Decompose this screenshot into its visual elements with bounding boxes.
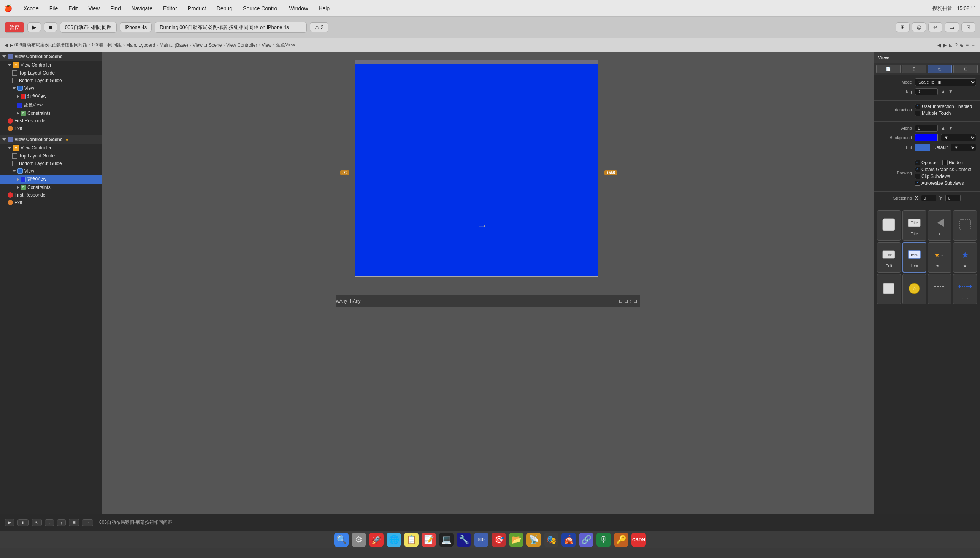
user-interaction-checkbox[interactable]: [915, 104, 920, 109]
mode-select[interactable]: Scale To Fill: [915, 78, 976, 86]
layout-button-4[interactable]: ▭: [945, 23, 959, 32]
dock-word[interactable]: 📝: [422, 533, 436, 547]
dock-pencil[interactable]: ✏: [474, 533, 489, 547]
nav-constraints2[interactable]: C Constraints: [0, 184, 102, 191]
dock-filezilla[interactable]: 📡: [527, 533, 541, 547]
breadcrumb-item-3[interactable]: Main....(Base): [160, 43, 188, 48]
nav-blue-view2[interactable]: 蓝色View: [0, 175, 102, 184]
nav-bottom-guide2[interactable]: Bottom Layout Guide: [0, 160, 102, 167]
dock-finder[interactable]: 🔍: [334, 533, 349, 547]
breadcrumb-item-6[interactable]: View: [261, 43, 271, 48]
breadcrumb-item-2[interactable]: Main....yboard: [126, 43, 155, 48]
layout-button-5[interactable]: ⊡: [961, 23, 975, 32]
breadcrumb-item-5[interactable]: View Controller: [226, 43, 257, 48]
breadcrumb-action-5[interactable]: ⊕: [960, 43, 964, 48]
dock-csdn[interactable]: CSDN: [631, 533, 646, 547]
status-btn-4[interactable]: ↓: [45, 519, 54, 526]
tag-input[interactable]: [915, 88, 938, 95]
dock-xcode[interactable]: 🔧: [456, 533, 471, 547]
menu-item-file[interactable]: File: [47, 4, 61, 13]
tint-select[interactable]: ▼: [951, 144, 976, 151]
nav-view2[interactable]: View: [0, 167, 102, 175]
dock-terminal[interactable]: 💻: [439, 533, 453, 547]
project-selector[interactable]: 006自动布···相同间距: [60, 22, 117, 33]
stop-button[interactable]: ■: [44, 23, 57, 32]
nav-responder2[interactable]: First Responder: [0, 191, 102, 199]
warning-button[interactable]: ⚠ 2: [310, 23, 328, 32]
dock-safari[interactable]: 🌐: [387, 533, 401, 547]
obj-item-star2[interactable]: ★ ★: [953, 242, 977, 272]
layout-button-3[interactable]: ↩: [928, 23, 942, 32]
breadcrumb-action-6[interactable]: ≡: [966, 43, 969, 48]
status-btn-6[interactable]: ⊞: [69, 519, 79, 526]
obj-item-item[interactable]: Item Item: [903, 242, 926, 272]
obj-item-dash[interactable]: - - -: [928, 274, 952, 304]
scene1-header[interactable]: View Controller Scene: [0, 53, 102, 61]
tag-stepper-up[interactable]: ▲: [941, 89, 946, 94]
background-color-swatch[interactable]: [915, 134, 938, 141]
clip-subviews-checkbox[interactable]: [915, 174, 920, 179]
alpha-stepper-up[interactable]: ▲: [941, 125, 946, 131]
opaque-checkbox[interactable]: [915, 160, 920, 165]
obj-item-arrows[interactable]: ←→: [953, 274, 977, 304]
nav-exit2[interactable]: Exit: [0, 199, 102, 207]
apple-logo[interactable]: 🍎: [4, 4, 12, 13]
inspector-file-btn[interactable]: 📄: [876, 65, 901, 73]
status-btn-7[interactable]: →: [82, 519, 93, 526]
tint-color-swatch[interactable]: [915, 144, 930, 151]
obj-item-blank1[interactable]: [877, 210, 901, 241]
dock-app1[interactable]: 🎯: [491, 533, 506, 547]
menu-item-editor[interactable]: Editor: [161, 4, 179, 13]
scene2-header[interactable]: View Controller Scene ●: [0, 135, 102, 144]
menu-item-help[interactable]: Help: [316, 4, 332, 13]
canvas-tool-4[interactable]: ⊟: [633, 299, 637, 304]
inspector-attr-btn[interactable]: ◎: [928, 65, 952, 73]
layout-button-1[interactable]: ⊞: [896, 23, 910, 32]
breadcrumb-item-4[interactable]: View...r Scene: [193, 43, 222, 48]
status-btn-3[interactable]: ↖: [31, 519, 42, 526]
nav-constraints1[interactable]: C Constraints: [0, 110, 102, 117]
nav-view1[interactable]: View: [0, 84, 102, 92]
obj-item-blank3[interactable]: [877, 274, 901, 304]
status-nav-left[interactable]: ▶: [5, 519, 15, 526]
obj-item-title[interactable]: Title Title: [903, 210, 926, 241]
menu-item-window[interactable]: Window: [287, 4, 310, 13]
breadcrumb-action-right[interactable]: ▶: [943, 43, 947, 48]
breadcrumb-action-7[interactable]: →: [971, 43, 975, 48]
breadcrumb-action-left[interactable]: ◀: [937, 43, 941, 48]
status-nav-right[interactable]: ⏸: [18, 519, 28, 526]
dock-settings[interactable]: ⚙: [351, 533, 366, 547]
nav-vc2[interactable]: V View Controller: [0, 144, 102, 152]
clears-graphics-checkbox[interactable]: [915, 167, 920, 172]
device-selector[interactable]: iPhone 4s: [120, 23, 152, 32]
dock-notes[interactable]: 📋: [404, 533, 419, 547]
menu-item-xcode[interactable]: Xcode: [21, 4, 41, 13]
menu-item-view[interactable]: View: [86, 4, 102, 13]
dock-app6[interactable]: 🎙: [596, 533, 611, 547]
breadcrumb-nav-right[interactable]: ▶: [10, 43, 13, 48]
menu-item-debug[interactable]: Debug: [214, 4, 235, 13]
dock-app2[interactable]: 📂: [509, 533, 524, 547]
breadcrumb-item-0[interactable]: 006自动布局案例-底部按钮相同间距: [15, 42, 87, 48]
breadcrumb-item-1[interactable]: 006自···同间距: [92, 42, 121, 48]
background-select[interactable]: ▼: [941, 134, 976, 141]
nav-top-guide1[interactable]: Top Layout Guide: [0, 69, 102, 77]
breadcrumb-item-7[interactable]: 蓝色View: [276, 42, 295, 48]
canvas-tool-2[interactable]: ⊞: [624, 299, 628, 304]
menu-item-navigate[interactable]: Navigate: [129, 4, 155, 13]
canvas-tool-1[interactable]: ⊡: [619, 299, 623, 304]
main-canvas-frame[interactable]: -72 +550: [355, 64, 598, 277]
inspector-size-btn[interactable]: ⊡: [954, 65, 978, 73]
dock-app5[interactable]: 🔗: [579, 533, 593, 547]
alpha-stepper-down[interactable]: ▼: [949, 125, 953, 131]
x-input[interactable]: [921, 195, 936, 202]
y-input[interactable]: [946, 195, 960, 202]
nav-responder1[interactable]: First Responder: [0, 117, 102, 125]
breadcrumb-action-4[interactable]: ?: [955, 43, 957, 48]
alpha-input[interactable]: [915, 125, 938, 131]
breadcrumb-nav-left[interactable]: ◀: [5, 43, 8, 48]
layout-button-2[interactable]: ◎: [912, 23, 926, 32]
dock-launch[interactable]: 🚀: [369, 533, 384, 547]
menu-item-source-control[interactable]: Source Control: [241, 4, 281, 13]
obj-item-back[interactable]: <: [928, 210, 952, 241]
